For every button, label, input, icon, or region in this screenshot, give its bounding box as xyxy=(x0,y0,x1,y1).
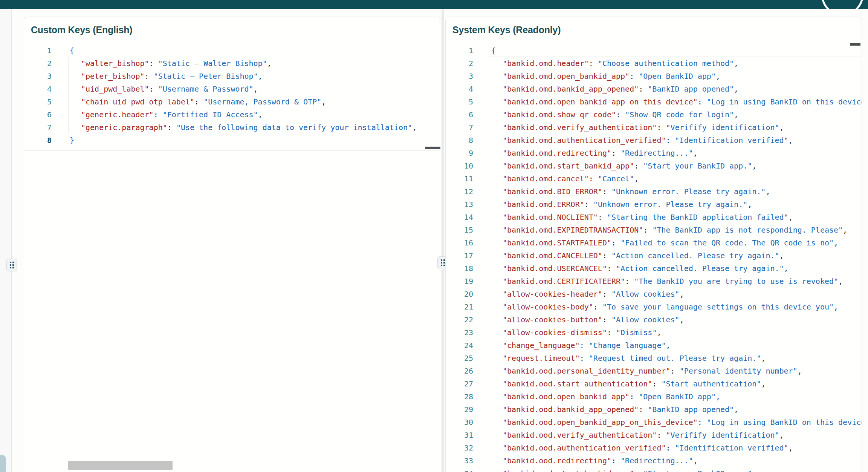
tok-key: "allow-cookies-body" xyxy=(503,302,593,311)
tok-key: "bankid.omd.start_bankid_app" xyxy=(503,161,634,170)
horizontal-scrollbar-thumb[interactable] xyxy=(425,147,440,149)
custom-keys-title: Custom Keys (English) xyxy=(31,25,132,35)
tok-p: : xyxy=(666,443,675,452)
tok-p: : xyxy=(639,405,648,414)
code-line: 30"bankid.ood.open_bankid_app_on_this_de… xyxy=(446,416,862,429)
code-text: } xyxy=(70,134,74,147)
code-line[interactable]: 4"uid_pwd_label": "Username & Password", xyxy=(24,83,441,95)
tok-p: : xyxy=(602,187,611,196)
line-number: 11 xyxy=(446,172,473,185)
line-number: 3 xyxy=(24,70,52,83)
tok-key: "allow-cookies-header" xyxy=(503,290,602,299)
code-text: "bankid.ood.authentication_verified": "I… xyxy=(491,441,793,454)
code-text: "allow-cookies-button": "Allow cookies", xyxy=(491,313,684,326)
code-line: 29"bankid.ood.bankid_app_opened": "BankI… xyxy=(446,403,862,416)
line-number: 22 xyxy=(446,313,473,326)
tok-p: : xyxy=(698,97,707,106)
tok-p: : xyxy=(634,161,643,170)
custom-keys-panel: Custom Keys (English) 1{2"walter_bishop"… xyxy=(24,17,441,472)
code-text: "bankid.ood.personal_identity_number": "… xyxy=(491,365,802,377)
tok-key: "bankid.omd.CERTIFICATEERR" xyxy=(503,277,625,286)
tok-key: "bankid.ood.authentication_verified" xyxy=(503,443,666,452)
tok-p: , xyxy=(838,277,843,286)
tok-str: "Username, Password & OTP" xyxy=(203,97,321,106)
tok-p: : xyxy=(589,59,598,68)
tok-str: "Start authentication" xyxy=(661,379,761,388)
code-line: 23"allow-cookies-dismiss": "Dismiss", xyxy=(446,326,862,339)
line-number: 26 xyxy=(446,365,473,377)
avatar[interactable] xyxy=(821,0,863,16)
system-keys-editor[interactable]: 1{2"bankid.omd.header": "Choose authenti… xyxy=(446,44,862,472)
tok-p: , xyxy=(680,290,684,299)
code-text: "chain_uid_pwd_otp_label": "Username, Pa… xyxy=(70,95,326,108)
line-number: 23 xyxy=(446,326,473,339)
line-number: 7 xyxy=(24,121,52,134)
code-line: 16"bankid.omd.STARTFAILED": "Failed to s… xyxy=(446,236,862,249)
line-number: 24 xyxy=(446,339,473,352)
tok-p: , xyxy=(761,379,766,388)
tok-str: "Redirecting..." xyxy=(620,456,693,465)
tok-key: "allow-cookies-button" xyxy=(503,315,602,324)
edge-toggle-pill[interactable] xyxy=(0,455,6,472)
code-line[interactable]: 3"peter_bishop": "Static – Peter Bishop"… xyxy=(24,70,441,83)
tok-p: : xyxy=(149,84,158,93)
line-number: 13 xyxy=(446,198,473,211)
tok-p: : xyxy=(593,302,602,311)
tok-str: "Cancel" xyxy=(598,174,634,183)
tok-p: , xyxy=(766,187,770,196)
code-line[interactable]: 5"chain_uid_pwd_otp_label": "Username, P… xyxy=(24,95,441,108)
left-split-drag-handle[interactable] xyxy=(6,259,17,271)
tok-p: , xyxy=(666,341,671,350)
tok-str: "Allow cookies" xyxy=(611,315,680,324)
code-line: 10"bankid.omd.start_bankid_app": "Start … xyxy=(446,159,862,172)
tok-p: , xyxy=(734,84,738,93)
tok-key: "request.timeout" xyxy=(503,354,580,363)
custom-keys-editor[interactable]: 1{2"walter_bishop": "Static – Walter Bis… xyxy=(24,44,441,147)
line-number: 27 xyxy=(446,377,473,390)
code-line: 4"bankid.omd.bankid_app_opened": "BankID… xyxy=(446,83,862,95)
tok-key: "bankid.omd.USERCANCEL" xyxy=(503,264,607,273)
tok-key: "bankid.ood.open_bankid_app_on_this_devi… xyxy=(503,418,698,427)
tok-p: : xyxy=(666,136,675,145)
code-text: "bankid.omd.STARTFAILED": "Failed to sca… xyxy=(491,236,838,249)
code-line: 26"bankid.ood.personal_identity_number":… xyxy=(446,365,862,377)
tok-str: "Choose authentication method" xyxy=(598,59,734,68)
code-line[interactable]: 6"generic.header": "Fortified ID Access"… xyxy=(24,108,441,121)
grip-dots-icon xyxy=(10,262,14,268)
tok-p: : xyxy=(616,110,625,119)
line-number: 5 xyxy=(446,95,473,108)
tok-key: "bankid.omd.BID_ERROR" xyxy=(503,187,602,196)
tok-key: "bankid.ood.start_authentication" xyxy=(503,379,652,388)
tok-p: : xyxy=(589,174,598,183)
line-number: 8 xyxy=(446,134,473,147)
code-line: 12"bankid.omd.BID_ERROR": "Unknown error… xyxy=(446,185,862,198)
horizontal-scrollbar-thumb[interactable] xyxy=(68,461,173,470)
tok-str: "Identification verified" xyxy=(675,443,789,452)
code-line[interactable]: 2"walter_bishop": "Static – Walter Bisho… xyxy=(24,57,441,70)
line-number: 30 xyxy=(446,416,473,429)
tok-brace: { xyxy=(491,46,496,55)
code-line: 11"bankid.omd.cancel": "Cancel", xyxy=(446,172,862,185)
code-line: 15"bankid.omd.EXPIREDTRANSACTION": "The … xyxy=(446,224,862,236)
code-line[interactable]: 7"generic.paragraph": "Use the following… xyxy=(24,121,441,134)
tok-p: : xyxy=(154,110,163,119)
code-line[interactable]: 8} xyxy=(24,134,441,147)
code-line: 2"bankid.omd.header": "Choose authentica… xyxy=(446,57,862,70)
tok-key: "bankid.omd.NOCLIENT" xyxy=(503,213,598,222)
code-text: { xyxy=(70,44,74,57)
code-text: "bankid.omd.ERROR": "Unknown error. Plea… xyxy=(491,198,752,211)
top-navigation-bar xyxy=(0,0,868,9)
line-number: 15 xyxy=(446,224,473,236)
tok-p: : xyxy=(602,315,611,324)
code-line: 6"bankid.omd.show_qr_code": "Show QR cod… xyxy=(446,108,862,121)
tok-p: : xyxy=(625,277,634,286)
editor-row-separator xyxy=(488,57,862,57)
tok-str: "Failed to scan the QR code. The QR code… xyxy=(620,238,834,247)
line-number: 4 xyxy=(24,83,52,95)
tok-p: : xyxy=(652,379,661,388)
tok-p: , xyxy=(834,302,838,311)
tok-str: "Open BankID app" xyxy=(639,392,716,401)
code-text: "bankid.omd.CANCELLED": "Action cancelle… xyxy=(491,249,784,262)
scrollbar-thumb[interactable] xyxy=(850,43,860,46)
code-line[interactable]: 1{ xyxy=(24,44,441,57)
